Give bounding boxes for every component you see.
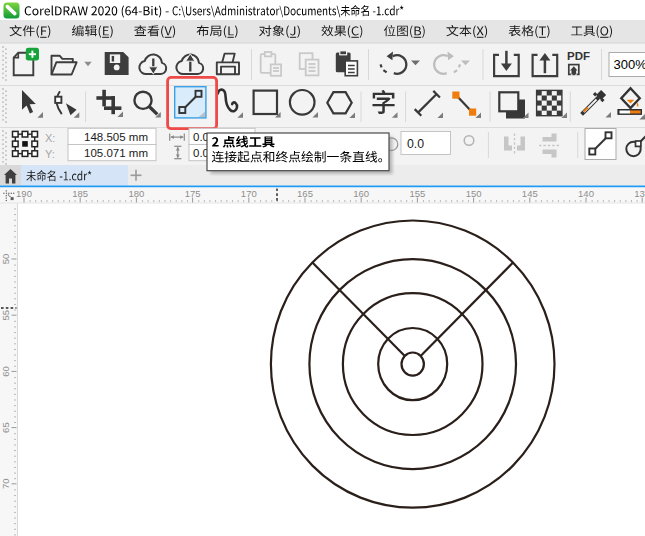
svg-text:70: 70 <box>0 479 11 490</box>
svg-text:190: 190 <box>16 188 32 199</box>
svg-text:105.071 mm: 105.071 mm <box>84 147 148 159</box>
svg-text:55: 55 <box>0 310 11 321</box>
svg-text:145: 145 <box>522 188 538 199</box>
svg-text:0.0: 0.0 <box>407 137 424 151</box>
svg-text:150: 150 <box>466 188 482 199</box>
svg-text:165: 165 <box>297 188 313 199</box>
svg-text:65: 65 <box>0 422 11 433</box>
svg-text:PDF: PDF <box>567 50 590 62</box>
svg-text:170: 170 <box>241 188 257 199</box>
svg-text:185: 185 <box>72 188 88 199</box>
svg-text:155: 155 <box>409 188 425 199</box>
svg-text:160: 160 <box>353 188 369 199</box>
svg-text:148.505 mm: 148.505 mm <box>84 131 148 143</box>
svg-text:Y:: Y: <box>45 148 55 160</box>
svg-text:300%: 300% <box>614 57 645 72</box>
svg-text:140: 140 <box>578 188 594 199</box>
svg-text:60: 60 <box>0 366 11 377</box>
svg-text:X:: X: <box>45 132 55 144</box>
svg-text:175: 175 <box>185 188 201 199</box>
svg-text:135: 135 <box>634 188 645 199</box>
svg-text:50: 50 <box>0 254 11 265</box>
svg-text:180: 180 <box>128 188 144 199</box>
